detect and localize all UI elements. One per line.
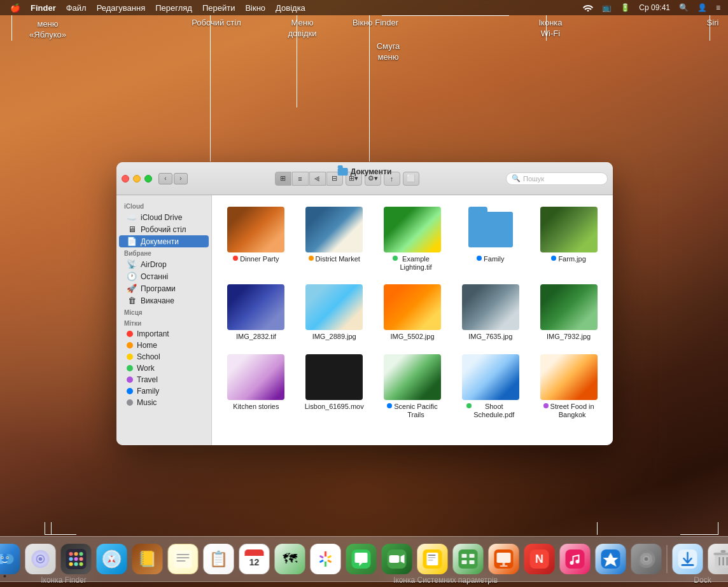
annotation-finder-window: Вікно Finder [344, 18, 407, 29]
display-icon[interactable]: 📺 [599, 3, 614, 12]
dock-downloads[interactable] [671, 542, 704, 576]
sidebar-tag-family[interactable]: Family [119, 385, 209, 397]
dock-keynote[interactable] [487, 542, 521, 576]
dock-maps[interactable]: 🗺 [274, 542, 307, 576]
sidebar-tag-music[interactable]: Music [119, 397, 209, 408]
dock-siri[interactable] [24, 542, 57, 576]
file-item-img2832[interactable]: IMG_2832.tif [220, 280, 293, 345]
photos-dock-icon [311, 544, 341, 574]
datetime[interactable]: Ср 09:41 [636, 3, 673, 12]
menu-help[interactable]: Довідка [270, 0, 311, 15]
svg-point-13 [80, 552, 83, 556]
file-label-img5502: IMG_5502.jpg [390, 333, 434, 341]
menu-go[interactable]: Перейти [197, 0, 241, 15]
dock-news[interactable]: N [523, 542, 556, 576]
dock-calendar[interactable]: 12 [238, 542, 271, 576]
dock-appstore[interactable] [594, 542, 627, 576]
file-item-img2889[interactable]: IMG_2889.jpg [298, 280, 371, 345]
annotation-desktop: Робочий стіл [185, 18, 248, 29]
file-item-img7932[interactable]: IMG_7932.jpg [532, 280, 605, 345]
file-item-img7635[interactable]: IMG_7635.jpg [454, 280, 527, 345]
dock-notes[interactable] [167, 542, 200, 576]
sidebar-item-documents[interactable]: 📄 Документи [119, 235, 209, 247]
thumb-img5502 [384, 284, 441, 330]
dock-photos[interactable] [309, 542, 342, 576]
annotation-bracket-dock-right [680, 534, 718, 535]
tags-header: Мітки [116, 317, 211, 328]
sidebar-item-airdrop[interactable]: 📡 AirDrop [119, 258, 209, 270]
file-item-scenic[interactable]: Scenic PacificTrails [376, 350, 449, 423]
menu-finder[interactable]: Finder [25, 0, 61, 15]
sidebar-item-apps[interactable]: 🚀 Програми [119, 282, 209, 294]
file-item-district-market[interactable]: District Market [298, 203, 371, 275]
close-button[interactable] [122, 175, 129, 183]
dock-separator [667, 545, 668, 573]
sidebar-tag-school[interactable]: School [119, 351, 209, 363]
file-grid[interactable]: Dinner Party District Market [212, 195, 613, 445]
file-thumb-img2832 [227, 284, 284, 330]
sidebar-item-desktop[interactable]: 🖥 Робочий стіл [119, 223, 209, 235]
control-center-icon[interactable]: ≡ [713, 3, 723, 12]
dock-launchpad[interactable] [60, 542, 93, 576]
svg-rect-43 [428, 555, 436, 556]
wifi-icon[interactable] [580, 4, 596, 11]
maximize-button[interactable] [144, 175, 152, 183]
file-item-family[interactable]: Family [454, 203, 527, 275]
tag-btn[interactable]: ⬜ [403, 172, 419, 186]
file-thumb-scenic [384, 354, 441, 400]
file-label-img2832: IMG_2832.tif [236, 333, 276, 341]
sidebar-tag-travel[interactable]: Travel [119, 374, 209, 385]
pages-dock-icon [417, 544, 448, 574]
dock-messages[interactable] [345, 542, 378, 576]
view-column-btn[interactable]: ⫷ [309, 172, 326, 186]
menu-view[interactable]: Перегляд [150, 0, 197, 15]
user-icon[interactable]: 👤 [695, 3, 710, 12]
file-item-street[interactable]: Street Food inBangkok [532, 350, 605, 423]
search-box[interactable]: 🔍 Пошук [506, 172, 608, 185]
battery-icon[interactable]: 🔋 [618, 3, 633, 12]
file-label-dinner-party: Dinner Party [233, 255, 279, 263]
apple-menu[interactable]: 🍎 [5, 0, 25, 15]
file-item-img5502[interactable]: IMG_5502.jpg [376, 280, 449, 345]
file-item-lisbon[interactable]: Lisbon_61695.mov [298, 350, 371, 423]
dock-music[interactable] [559, 542, 592, 576]
spotlight-icon[interactable]: 🔍 [676, 3, 691, 12]
sidebar-item-icloud-drive[interactable]: ☁️ iCloud Drive [119, 211, 209, 223]
dock-finder[interactable] [0, 542, 22, 576]
menu-window[interactable]: Вікно [240, 0, 270, 15]
file-item-kitchen[interactable]: Kitchen stories [220, 350, 293, 423]
sidebar-item-downloads[interactable]: 🗑 Викачане [119, 294, 209, 307]
dock-sysprefs[interactable] [630, 542, 663, 576]
dock-trash[interactable] [707, 542, 729, 576]
file-dot-district-market [309, 256, 314, 261]
minimize-button[interactable] [133, 175, 141, 183]
sidebar-tag-important[interactable]: Important [119, 328, 209, 340]
file-item-dinner-party[interactable]: Dinner Party [220, 203, 293, 275]
file-item-example-lighting[interactable]: ExampleLighting.tif [376, 203, 449, 275]
file-item-farm[interactable]: Farm.jpg [532, 203, 605, 275]
view-icon-btn[interactable]: ⊞ [275, 172, 291, 186]
dock-contacts[interactable]: 📒 [131, 542, 164, 576]
back-button[interactable]: ‹ [158, 173, 172, 184]
dock-safari[interactable] [95, 542, 129, 576]
menu-edit[interactable]: Редагування [92, 0, 151, 15]
dock-facetime[interactable] [381, 542, 414, 576]
titlebar: ‹ › ⊞ ≡ ⫷ ⊟ ⊞▾ ⚙▾ ↑ ⬜ Документи 🔍 [116, 162, 613, 195]
sidebar-tag-home[interactable]: Home [119, 340, 209, 351]
file-item-shoot[interactable]: ShootSchedule.pdf [454, 350, 527, 423]
sidebar-item-recent[interactable]: 🕐 Останні [119, 270, 209, 282]
file-label-kitchen: Kitchen stories [233, 403, 279, 411]
numbers-dock-icon [453, 544, 484, 574]
launchpad-dock-icon [61, 544, 92, 574]
file-label-street: Street Food inBangkok [543, 403, 594, 419]
sidebar-tag-work[interactable]: Work [119, 363, 209, 374]
file-dot-shoot [466, 403, 472, 408]
dock-numbers[interactable] [452, 542, 485, 576]
view-list-btn[interactable]: ≡ [292, 172, 309, 186]
folder-tab [468, 207, 487, 213]
dock-reminders[interactable]: 📋 [202, 542, 235, 576]
menu-file[interactable]: Файл [61, 0, 92, 15]
forward-button[interactable]: › [174, 173, 188, 184]
dock-pages[interactable] [416, 542, 449, 576]
svg-point-14 [69, 557, 73, 561]
